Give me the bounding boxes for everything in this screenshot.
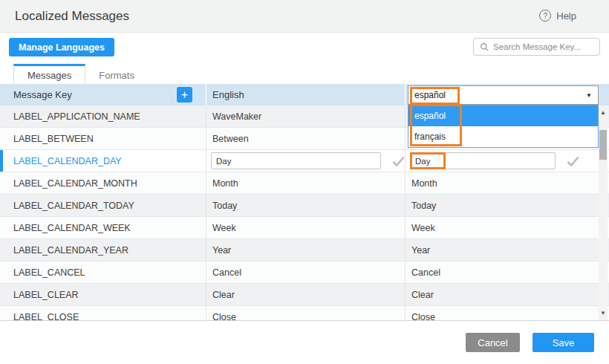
- message-key-label: LABEL_CALENDAR_TODAY: [13, 201, 134, 211]
- language-value-label: Cancel: [411, 267, 440, 278]
- language-option-espanol[interactable]: español: [408, 105, 598, 126]
- english-value-label: Week: [212, 223, 236, 233]
- english-value-label: Close: [212, 312, 236, 322]
- message-key-cell[interactable]: LABEL_CALENDAR_TODAY: [0, 195, 206, 216]
- language-value-cell[interactable]: Cancel: [405, 261, 609, 283]
- message-key-cell[interactable]: LABEL_CLEAR: [0, 284, 206, 305]
- message-key-label: LABEL_CLEAR: [13, 290, 79, 300]
- cancel-button[interactable]: Cancel: [466, 333, 520, 352]
- help-label: Help: [556, 10, 576, 22]
- table-row[interactable]: LABEL_CALENDAR_TODAY Today Today: [0, 195, 609, 217]
- table-row[interactable]: LABEL_CALENDAR_YEAR Year Year: [0, 239, 609, 261]
- message-key-label: LABEL_CALENDAR_DAY: [13, 156, 122, 166]
- english-value-cell[interactable]: Close: [206, 306, 405, 321]
- search-input[interactable]: [493, 42, 593, 51]
- message-key-header-label: Message Key: [13, 89, 72, 100]
- message-key-cell[interactable]: LABEL_CLOSE: [0, 306, 206, 321]
- language-value-cell[interactable]: [405, 150, 609, 172]
- message-key-label: LABEL_CANCEL: [13, 267, 85, 278]
- language-option-francais[interactable]: français: [408, 126, 598, 147]
- table-scrollbar[interactable]: ▲ ▼: [599, 105, 608, 321]
- message-key-label: LABEL_CLOSE: [13, 312, 79, 322]
- english-value-label: WaveMaker: [212, 111, 261, 122]
- language-value-cell[interactable]: Today: [405, 195, 609, 216]
- magnifier-icon: [480, 42, 489, 52]
- add-message-key-button[interactable]: +: [177, 87, 192, 103]
- english-value-label: Month: [212, 178, 238, 189]
- message-key-cell[interactable]: LABEL_CALENDAR_DAY: [0, 150, 206, 172]
- title-bar: Localized Messages ? Help: [0, 0, 609, 33]
- tab-messages[interactable]: Messages: [13, 64, 85, 84]
- language-value-cell[interactable]: Month: [405, 172, 609, 194]
- translation-input[interactable]: [410, 152, 556, 169]
- message-key-cell[interactable]: LABEL_CANCEL: [0, 261, 206, 283]
- table-row[interactable]: LABEL_CALENDAR_MONTH Month Month: [0, 172, 609, 195]
- message-key-cell[interactable]: LABEL_CALENDAR_YEAR: [0, 239, 206, 261]
- language-value-label: Month: [411, 178, 437, 189]
- scroll-down-icon[interactable]: ▼: [599, 309, 608, 318]
- tab-formats[interactable]: Formats: [85, 64, 148, 84]
- english-value-label: Today: [212, 201, 237, 211]
- english-value-cell[interactable]: Clear: [206, 284, 405, 305]
- english-value-cell[interactable]: Cancel: [206, 261, 405, 283]
- english-value-cell[interactable]: Today: [206, 195, 405, 216]
- check-icon: [566, 155, 580, 167]
- message-key-label: LABEL_APPLICATION_NAME: [13, 111, 140, 122]
- language-value-cell[interactable]: Year: [405, 239, 609, 261]
- column-header-message-key: Message Key +: [0, 84, 206, 105]
- english-value-cell[interactable]: Year: [206, 239, 405, 261]
- messages-table: Message Key + English español ▼ español …: [0, 84, 609, 321]
- language-value-label: Week: [411, 223, 435, 233]
- help-link[interactable]: ? Help: [539, 10, 576, 22]
- language-dropdown: español français: [408, 105, 599, 148]
- search-box[interactable]: [473, 38, 600, 56]
- column-header-english: English: [206, 84, 405, 105]
- message-key-cell[interactable]: LABEL_CALENDAR_MONTH: [0, 172, 206, 194]
- english-value-label: Clear: [212, 290, 235, 300]
- english-header-label: English: [212, 89, 244, 100]
- language-value-label: Close: [411, 312, 435, 322]
- tab-bar: Messages Formats: [13, 64, 148, 84]
- language-value-cell[interactable]: Close: [405, 306, 609, 321]
- english-value-label: Cancel: [212, 267, 241, 278]
- localized-messages-dialog: Localized Messages ? Help Manage Languag…: [0, 0, 609, 364]
- language-select-value: español: [414, 90, 446, 100]
- message-key-cell[interactable]: LABEL_CALENDAR_WEEK: [0, 217, 206, 238]
- english-value-cell[interactable]: WaveMaker: [206, 105, 405, 127]
- scrollbar-thumb[interactable]: [599, 130, 607, 160]
- translation-input[interactable]: [211, 152, 381, 169]
- english-value-cell[interactable]: Week: [206, 217, 405, 238]
- save-button[interactable]: Save: [533, 333, 594, 352]
- message-key-label: LABEL_CALENDAR_MONTH: [13, 178, 137, 189]
- english-value-cell[interactable]: Between: [206, 128, 405, 149]
- table-row[interactable]: LABEL_CALENDAR_DAY: [0, 150, 609, 172]
- manage-languages-button[interactable]: Manage Languages: [9, 38, 114, 56]
- circle-question-icon: ?: [539, 10, 551, 22]
- english-value-cell[interactable]: Month: [206, 172, 405, 194]
- page-title: Localized Messages: [15, 9, 129, 24]
- language-value-cell[interactable]: Week: [405, 217, 609, 238]
- message-key-cell[interactable]: LABEL_APPLICATION_NAME: [0, 105, 206, 127]
- table-row[interactable]: LABEL_CALENDAR_WEEK Week Week: [0, 217, 609, 239]
- message-key-cell[interactable]: LABEL_BETWEEN: [0, 128, 206, 149]
- english-value-cell[interactable]: [206, 150, 405, 172]
- english-value-label: Year: [212, 245, 231, 256]
- scroll-up-icon[interactable]: ▲: [599, 108, 608, 117]
- language-select[interactable]: español ▼: [408, 85, 599, 105]
- language-value-label: Year: [411, 245, 430, 256]
- table-row[interactable]: LABEL_CLEAR Clear Clear: [0, 284, 609, 306]
- language-value-label: Clear: [411, 290, 434, 300]
- message-key-label: LABEL_CALENDAR_WEEK: [13, 223, 131, 233]
- table-row[interactable]: LABEL_CLOSE Close Close: [0, 306, 609, 321]
- chevron-down-icon: ▼: [586, 92, 592, 99]
- english-value-label: Between: [212, 134, 249, 144]
- table-row[interactable]: LABEL_CANCEL Cancel Cancel: [0, 261, 609, 284]
- language-value-cell[interactable]: Clear: [405, 284, 609, 305]
- language-value-label: Today: [411, 201, 436, 211]
- message-key-label: LABEL_CALENDAR_YEAR: [13, 245, 128, 256]
- message-key-label: LABEL_BETWEEN: [13, 134, 94, 144]
- check-icon: [391, 155, 405, 167]
